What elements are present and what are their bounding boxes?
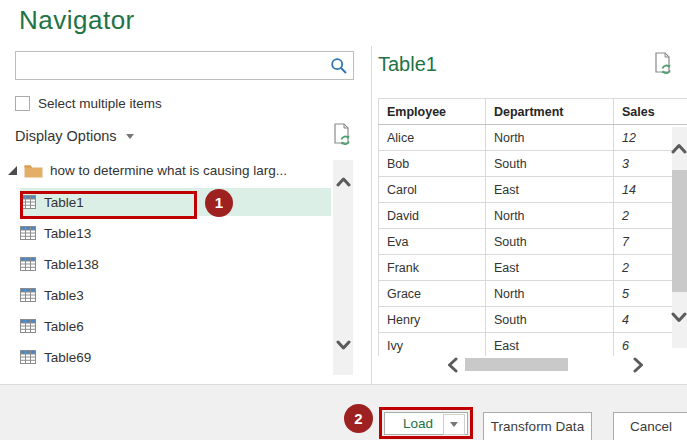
preview-col-department: Department [486, 99, 614, 125]
preview-row: AliceNorth12 [379, 125, 687, 151]
search-box[interactable] [15, 51, 354, 80]
preview-scroll-up-icon[interactable] [671, 142, 687, 155]
preview-hscrollbar-thumb[interactable] [465, 358, 568, 371]
preview-cell: East [486, 177, 614, 203]
load-dropdown-button[interactable] [443, 414, 465, 435]
preview-row: CarolEast14 [379, 177, 687, 203]
tree-item-label: Table138 [44, 257, 99, 272]
table-icon [20, 257, 36, 271]
scroll-up-icon[interactable] [336, 176, 351, 188]
preview-col-employee: Employee [379, 99, 486, 125]
tree-item-label: Table3 [44, 288, 84, 303]
preview-title: Table1 [378, 53, 437, 76]
preview-cell: South [486, 229, 614, 255]
preview-col-sales: Sales [614, 99, 687, 125]
cancel-button-label: Cancel [630, 419, 672, 434]
preview-cell: South [486, 151, 614, 177]
annotation-badge-2: 2 [344, 404, 373, 433]
tree-item-label: Table69 [44, 350, 91, 365]
preview-header-row: EmployeeDepartmentSales [379, 99, 687, 125]
navigator-tree: how to determine what is causing larg...… [0, 152, 332, 380]
preview-cell: North [486, 203, 614, 229]
preview-row: EvaSouth7 [379, 229, 687, 255]
folder-icon [24, 163, 43, 178]
annotation-rect-1 [20, 191, 197, 219]
preview-cell: Carol [379, 177, 486, 203]
load-button[interactable]: Load [384, 412, 468, 435]
preview-row: BobSouth3 [379, 151, 687, 177]
table-icon [20, 350, 36, 364]
search-icon[interactable] [330, 57, 348, 75]
cancel-button[interactable]: Cancel [613, 412, 687, 440]
preview-row: IvyEast6 [379, 333, 687, 359]
preview-cell: North [486, 125, 614, 151]
annotation-badge-1: 1 [205, 189, 233, 217]
preview-cell: Henry [379, 307, 486, 333]
expand-triangle-icon[interactable] [8, 166, 17, 175]
table-icon [20, 319, 36, 333]
preview-cell: North [486, 281, 614, 307]
preview-cell: Ivy [379, 333, 486, 359]
preview-scroll-right-icon[interactable] [632, 357, 645, 373]
preview-cell: East [486, 255, 614, 281]
preview-cell: Frank [379, 255, 486, 281]
load-button-label: Load [403, 416, 433, 431]
pane-separator [371, 46, 372, 384]
preview-row: GraceNorth5 [379, 281, 687, 307]
preview-row: DavidNorth2 [379, 203, 687, 229]
preview-scroll-left-icon[interactable] [446, 357, 459, 373]
search-input[interactable] [20, 54, 329, 78]
chevron-down-icon [450, 422, 458, 427]
preview-cell: Bob [379, 151, 486, 177]
select-multiple-label: Select multiple items [38, 96, 162, 111]
tree-item-table69[interactable]: Table69 [20, 343, 331, 371]
table-icon [20, 288, 36, 302]
tree-item-table6[interactable]: Table6 [20, 312, 331, 340]
dialog-title: Navigator [19, 5, 135, 36]
preview-scroll-down-icon[interactable] [671, 311, 687, 324]
transform-data-button[interactable]: Transform Data [483, 412, 592, 440]
preview-row: FrankEast2 [379, 255, 687, 281]
select-multiple-row[interactable]: Select multiple items [15, 95, 162, 111]
tree-item-table138[interactable]: Table138 [20, 250, 331, 278]
tree-item-label: Table6 [44, 319, 84, 334]
tree-item-label: Table13 [44, 226, 91, 241]
refresh-icon[interactable] [332, 123, 352, 145]
transform-data-label: Transform Data [491, 419, 584, 434]
preview-table: EmployeeDepartmentSales AliceNorth12BobS… [378, 98, 687, 358]
preview-cell: Alice [379, 125, 486, 151]
tree-item-table3[interactable]: Table3 [20, 281, 331, 309]
display-options-dropdown[interactable]: Display Options [15, 128, 134, 144]
tree-folder-row[interactable]: how to determine what is causing larg... [8, 157, 328, 183]
tree-item-table13[interactable]: Table13 [20, 219, 331, 247]
preview-row: HenrySouth4 [379, 307, 687, 333]
preview-table-container: EmployeeDepartmentSales AliceNorth12BobS… [378, 98, 687, 358]
select-multiple-checkbox[interactable] [15, 96, 30, 111]
display-options-label: Display Options [15, 128, 117, 144]
preview-cell: East [486, 333, 614, 359]
chevron-down-icon [126, 134, 134, 139]
table-icon [20, 226, 36, 240]
preview-cell: Eva [379, 229, 486, 255]
preview-cell: Grace [379, 281, 486, 307]
preview-vscrollbar-thumb[interactable] [672, 170, 687, 292]
scroll-down-icon[interactable] [336, 339, 351, 351]
preview-cell: David [379, 203, 486, 229]
preview-refresh-icon[interactable] [653, 52, 673, 74]
tree-folder-label: how to determine what is causing larg... [50, 163, 287, 178]
preview-cell: South [486, 307, 614, 333]
